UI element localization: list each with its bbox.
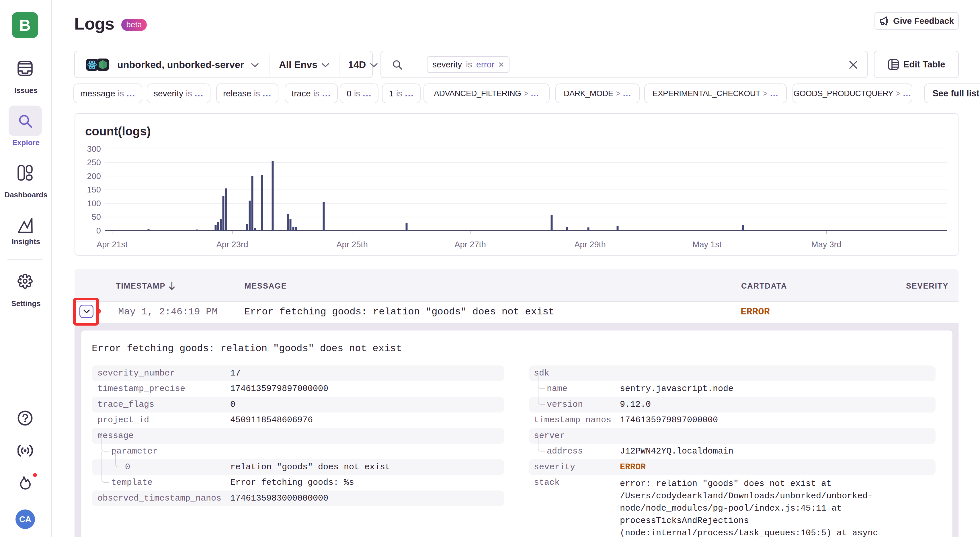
svg-text:May 3rd: May 3rd [811,240,842,249]
svg-text:50: 50 [92,212,101,221]
svg-text:300: 300 [87,144,101,153]
svg-text:Apr 21st: Apr 21st [97,240,127,249]
svg-text:0: 0 [96,226,101,235]
svg-text:100: 100 [87,199,101,208]
svg-text:Apr 29th: Apr 29th [574,240,606,249]
svg-text:Apr 23rd: Apr 23rd [216,240,248,249]
svg-text:May 1st: May 1st [692,240,722,249]
svg-text:150: 150 [87,185,101,194]
svg-text:250: 250 [87,158,101,167]
svg-text:Apr 25th: Apr 25th [336,240,368,249]
svg-text:Apr 27th: Apr 27th [455,240,486,249]
svg-text:200: 200 [87,172,101,181]
